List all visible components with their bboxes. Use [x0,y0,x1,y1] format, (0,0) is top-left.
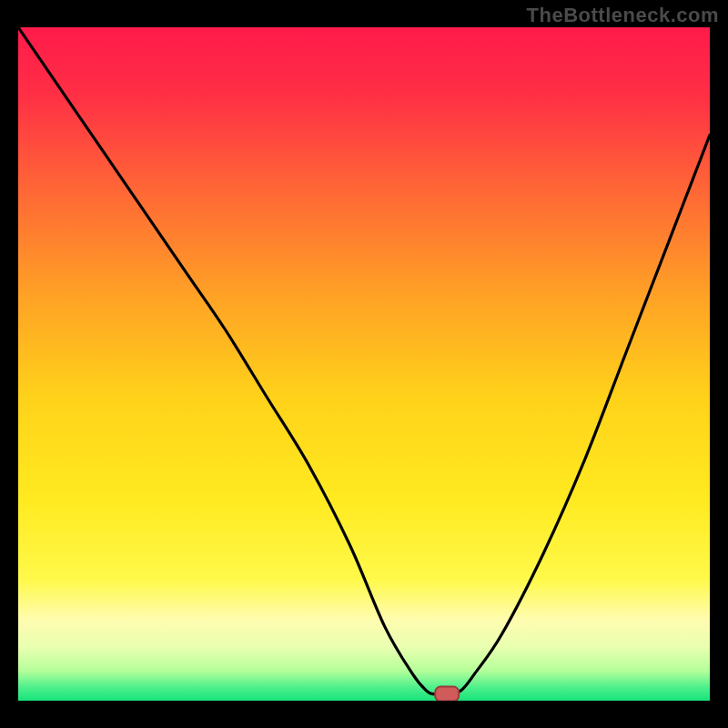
chart-frame: TheBottleneck.com [0,0,728,728]
gradient-background [18,27,710,701]
plot-area [18,27,710,701]
chart-svg [18,27,710,701]
optimum-marker [435,687,459,701]
watermark-text: TheBottleneck.com [527,4,719,27]
